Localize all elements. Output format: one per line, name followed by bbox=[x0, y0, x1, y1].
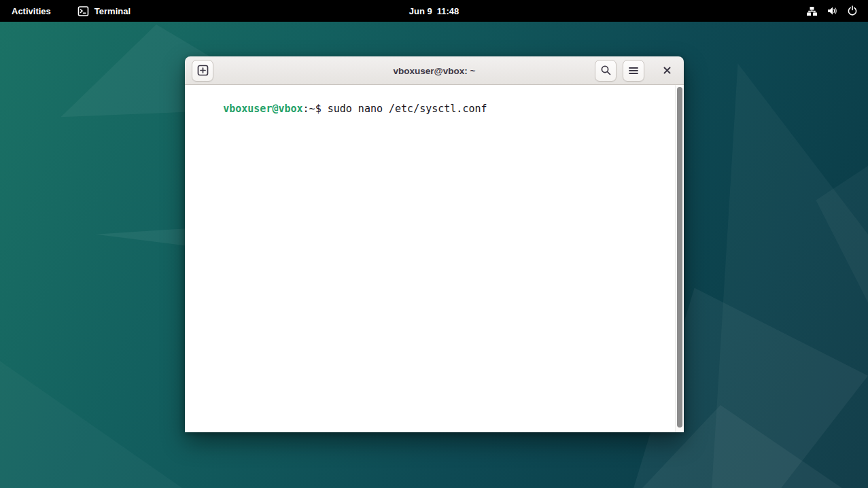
prompt-suffix: :~$ bbox=[303, 103, 328, 115]
clock-button[interactable]: Jun 9 11:48 bbox=[409, 0, 459, 22]
clock-date: Jun 9 bbox=[409, 6, 432, 16]
system-status-area[interactable] bbox=[796, 0, 868, 22]
network-wired-icon bbox=[806, 6, 818, 16]
terminal-app-icon bbox=[77, 5, 89, 17]
terminal-headerbar[interactable]: vboxuser@vbox: ~ bbox=[185, 56, 684, 85]
window-title: vboxuser@vbox: ~ bbox=[394, 65, 476, 75]
close-icon bbox=[663, 66, 672, 75]
terminal-window: vboxuser@vbox: ~ bbox=[185, 56, 684, 432]
terminal-screen[interactable]: vboxuser@vbox:~$ sudo nano /etc/sysctl.c… bbox=[185, 85, 684, 432]
scrollbar-thumb[interactable] bbox=[677, 87, 682, 428]
clock-time: 11:48 bbox=[437, 6, 459, 16]
activities-button[interactable]: Activities bbox=[0, 0, 63, 22]
focused-app-menu[interactable]: Terminal bbox=[72, 0, 136, 22]
search-button[interactable] bbox=[595, 60, 617, 82]
search-icon bbox=[600, 65, 612, 76]
terminal-scrollbar[interactable] bbox=[675, 85, 684, 432]
power-icon bbox=[847, 5, 858, 16]
hamburger-menu-icon bbox=[628, 66, 639, 75]
volume-icon bbox=[827, 5, 838, 16]
new-tab-button[interactable] bbox=[192, 60, 213, 82]
new-tab-icon bbox=[197, 65, 209, 76]
terminal-line: vboxuser@vbox:~$ sudo nano /etc/sysctl.c… bbox=[185, 85, 684, 128]
prompt-user-host: vboxuser@vbox bbox=[223, 103, 302, 115]
menu-button[interactable] bbox=[623, 60, 644, 82]
typed-command: sudo nano /etc/sysctl.conf bbox=[328, 103, 487, 115]
focused-app-label: Terminal bbox=[94, 6, 131, 16]
close-button[interactable] bbox=[657, 60, 677, 81]
top-bar: Activities Terminal Jun 9 11:48 bbox=[0, 0, 868, 22]
